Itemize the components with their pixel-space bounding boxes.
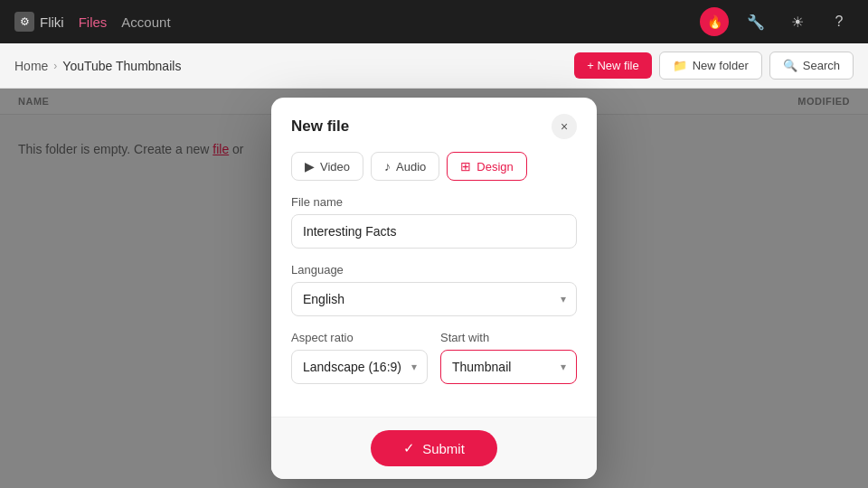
submit-label: Submit xyxy=(422,441,465,456)
modal-title: New file xyxy=(291,117,349,136)
file-type-tabs: ▶ Video ♪ Audio ⊞ Design xyxy=(271,152,597,195)
navbar-icons: 🔥 🔧 ☀ ? xyxy=(700,7,854,36)
new-folder-label: New folder xyxy=(693,59,749,72)
help-icon: ? xyxy=(835,14,844,30)
start-with-label: Start with xyxy=(440,331,577,344)
tab-audio-label: Audio xyxy=(396,160,426,174)
start-with-select-wrapper: Thumbnail Blank Template ▾ xyxy=(440,350,577,384)
aspect-ratio-label: Aspect ratio xyxy=(291,331,428,344)
tab-video[interactable]: ▶ Video xyxy=(291,152,363,181)
design-icon: ⊞ xyxy=(460,159,471,174)
breadcrumb-separator: › xyxy=(53,60,57,72)
submit-button[interactable]: ✓ Submit xyxy=(371,430,497,466)
start-with-group: Start with Thumbnail Blank Template ▾ xyxy=(440,331,577,384)
breadcrumb-current: YouTube Thumbnails xyxy=(62,59,181,73)
language-label: Language xyxy=(291,263,577,277)
nav-account[interactable]: Account xyxy=(121,14,170,30)
modal-body: File name Language English Spanish Frenc… xyxy=(271,195,597,417)
tools-button[interactable]: 🔧 xyxy=(741,7,770,36)
modal-header: New file × xyxy=(271,98,597,152)
file-name-group: File name xyxy=(291,195,577,249)
avatar-icon: 🔥 xyxy=(707,14,722,29)
theme-icon: ☀ xyxy=(791,14,804,31)
modal-footer: ✓ Submit xyxy=(271,417,597,479)
aspect-ratio-select[interactable]: Landscape (16:9) Portrait (9:16) Square … xyxy=(291,350,428,384)
brand: ⚙ Fliki xyxy=(14,12,64,32)
breadcrumb-home[interactable]: Home xyxy=(14,59,48,73)
search-button[interactable]: 🔍 Search xyxy=(769,52,854,80)
language-group: Language English Spanish French German ▾ xyxy=(291,263,577,316)
new-file-modal: New file × ▶ Video ♪ Audio ⊞ Design xyxy=(271,98,597,479)
theme-button[interactable]: ☀ xyxy=(783,7,812,36)
toolbar: Home › YouTube Thumbnails + New file 📁 N… xyxy=(0,43,868,89)
folder-icon: 📁 xyxy=(673,59,687,72)
modal-close-button[interactable]: × xyxy=(552,114,577,139)
modal-overlay: New file × ▶ Video ♪ Audio ⊞ Design xyxy=(0,89,868,488)
audio-icon: ♪ xyxy=(384,159,391,174)
brand-icon: ⚙ xyxy=(14,12,34,32)
main-content: NAME MODIFIED This folder is empty. Crea… xyxy=(0,89,868,488)
tab-audio[interactable]: ♪ Audio xyxy=(371,152,439,181)
language-select[interactable]: English Spanish French German xyxy=(291,282,577,316)
video-icon: ▶ xyxy=(305,159,315,174)
help-button[interactable]: ? xyxy=(825,7,854,36)
aspect-ratio-group: Aspect ratio Landscape (16:9) Portrait (… xyxy=(291,331,428,384)
file-name-label: File name xyxy=(291,195,577,209)
avatar-button[interactable]: 🔥 xyxy=(700,7,729,36)
aspect-ratio-select-wrapper: Landscape (16:9) Portrait (9:16) Square … xyxy=(291,350,428,384)
nav-files[interactable]: Files xyxy=(79,14,108,30)
search-icon: 🔍 xyxy=(783,59,797,72)
new-file-button[interactable]: + New file xyxy=(574,52,651,79)
brand-name: Fliki xyxy=(40,14,64,30)
form-row: Aspect ratio Landscape (16:9) Portrait (… xyxy=(291,331,577,399)
breadcrumb: Home › YouTube Thumbnails xyxy=(14,59,181,73)
search-label: Search xyxy=(803,59,840,72)
navbar: ⚙ Fliki Files Account 🔥 🔧 ☀ ? xyxy=(0,0,868,43)
file-name-input[interactable] xyxy=(291,214,577,249)
new-folder-button[interactable]: 📁 New folder xyxy=(659,52,762,80)
tab-design[interactable]: ⊞ Design xyxy=(447,152,526,181)
new-file-label: + New file xyxy=(587,59,638,72)
tab-design-label: Design xyxy=(476,160,513,174)
start-with-select[interactable]: Thumbnail Blank Template xyxy=(440,350,577,384)
language-select-wrapper: English Spanish French German ▾ xyxy=(291,282,577,316)
checkmark-icon: ✓ xyxy=(403,440,415,456)
tools-icon: 🔧 xyxy=(747,14,765,31)
tab-video-label: Video xyxy=(320,160,350,174)
